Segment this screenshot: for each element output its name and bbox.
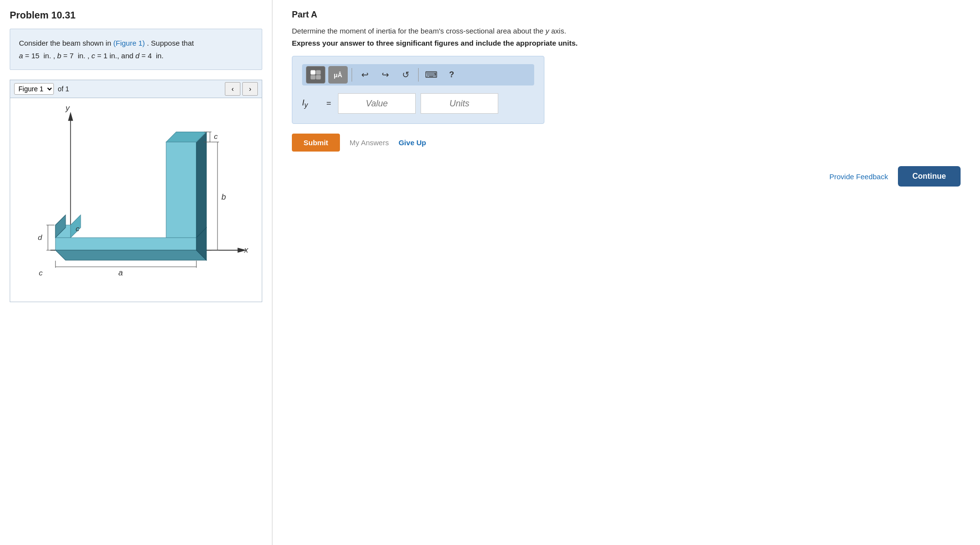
svg-text:d: d: [38, 233, 43, 241]
svg-rect-34: [311, 70, 315, 74]
svg-text:c: c: [214, 132, 218, 140]
toolbar-undo-btn[interactable]: ↩: [356, 66, 373, 84]
svg-text:a: a: [118, 268, 123, 277]
svg-text:y: y: [65, 103, 70, 113]
figure-next-button[interactable]: ›: [242, 82, 258, 96]
matrix-icon: [310, 70, 321, 80]
units-input[interactable]: [421, 93, 498, 114]
svg-marker-7: [55, 250, 206, 260]
equation-line: a = 15 in. , b = 7 in. , c = 1 in., and …: [19, 51, 164, 60]
figure-select[interactable]: Figure 1: [14, 83, 54, 95]
action-row: Submit My Answers Give Up: [292, 134, 965, 152]
problem-description: Consider the beam shown in (Figure 1) . …: [10, 29, 262, 70]
svg-marker-13: [196, 132, 206, 238]
provide-feedback-link[interactable]: Provide Feedback: [829, 172, 888, 181]
svg-marker-1: [68, 112, 73, 121]
answer-row: Iy =: [302, 93, 534, 114]
answer-toolbar: μÅ ↩ ↪ ↺ ⌨ ?: [302, 64, 534, 85]
svg-rect-35: [316, 70, 321, 74]
svg-marker-6: [55, 238, 196, 250]
my-answers-text: My Answers: [350, 138, 389, 147]
toolbar-mu-btn[interactable]: μÅ: [328, 66, 348, 84]
figure-area: y x: [10, 98, 262, 302]
toolbar-help-btn[interactable]: ?: [443, 66, 460, 84]
svg-text:b: b: [221, 193, 226, 202]
figure-of-label: of 1: [58, 85, 69, 93]
figure-link[interactable]: (Figure 1): [113, 39, 145, 47]
svg-text:c: c: [76, 224, 80, 233]
beam-figure-svg: y x: [10, 98, 262, 302]
figure-select-wrapper: Figure 1 of 1: [14, 83, 69, 95]
value-input[interactable]: [338, 93, 416, 114]
toolbar-refresh-btn[interactable]: ↺: [397, 66, 414, 84]
description-text-after: . Suppose that: [145, 39, 194, 47]
left-panel: Problem 10.31 Consider the beam shown in…: [0, 0, 272, 545]
give-up-link[interactable]: Give Up: [399, 138, 426, 147]
toolbar-keyboard-btn[interactable]: ⌨: [422, 66, 440, 84]
question-bold: Express your answer to three significant…: [292, 39, 965, 47]
toolbar-sep-1: [352, 68, 352, 82]
svg-text:x: x: [244, 245, 249, 255]
toolbar-redo-btn[interactable]: ↪: [376, 66, 394, 84]
figure-nav: Figure 1 of 1 ‹ ›: [10, 80, 262, 98]
right-panel: Part A Determine the moment of inertia f…: [272, 0, 980, 545]
toolbar-matrix-btn[interactable]: [306, 66, 325, 84]
figure-prev-button[interactable]: ‹: [225, 82, 240, 96]
continue-button[interactable]: Continue: [898, 166, 961, 187]
svg-text:c: c: [39, 269, 43, 277]
problem-title: Problem 10.31: [10, 10, 262, 21]
svg-rect-36: [311, 75, 315, 79]
answer-label: Iy: [302, 98, 321, 109]
answer-container: μÅ ↩ ↪ ↺ ⌨ ? Iy =: [292, 56, 544, 124]
question-text: Determine the moment of inertia for the …: [292, 27, 965, 35]
answer-equals: =: [326, 99, 331, 108]
figure-nav-buttons: ‹ ›: [225, 82, 258, 96]
svg-rect-37: [316, 75, 321, 79]
description-text-before: Consider the beam shown in: [19, 39, 113, 47]
toolbar-sep-2: [418, 68, 419, 82]
part-title: Part A: [292, 10, 965, 20]
svg-marker-12: [166, 142, 196, 238]
submit-button[interactable]: Submit: [292, 134, 340, 152]
feedback-row: Provide Feedback Continue: [292, 166, 965, 187]
